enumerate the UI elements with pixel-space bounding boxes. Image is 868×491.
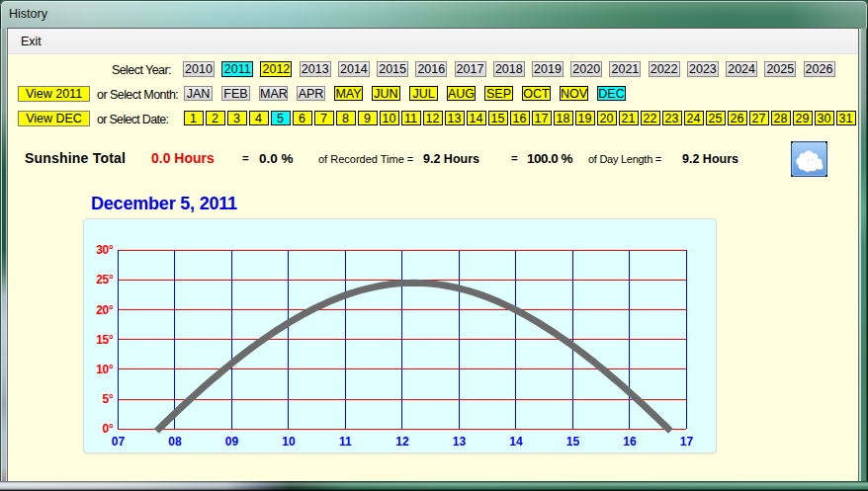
svg-text:08: 08: [168, 435, 182, 449]
svg-text:11: 11: [339, 435, 352, 449]
svg-text:12: 12: [395, 435, 409, 449]
svg-text:13: 13: [453, 435, 467, 449]
svg-text:17: 17: [680, 435, 694, 449]
svg-text:09: 09: [225, 435, 239, 449]
svg-text:14: 14: [509, 435, 523, 449]
svg-text:16: 16: [623, 435, 637, 449]
svg-text:10°: 10°: [96, 363, 114, 376]
svg-text:15°: 15°: [96, 333, 114, 347]
svg-text:25°: 25°: [96, 273, 114, 286]
svg-text:15: 15: [566, 435, 580, 449]
svg-text:10: 10: [282, 435, 296, 449]
svg-text:07: 07: [112, 435, 126, 449]
svg-text:5°: 5°: [103, 392, 114, 406]
svg-text:20°: 20°: [96, 303, 114, 317]
svg-text:30°: 30°: [96, 243, 114, 257]
